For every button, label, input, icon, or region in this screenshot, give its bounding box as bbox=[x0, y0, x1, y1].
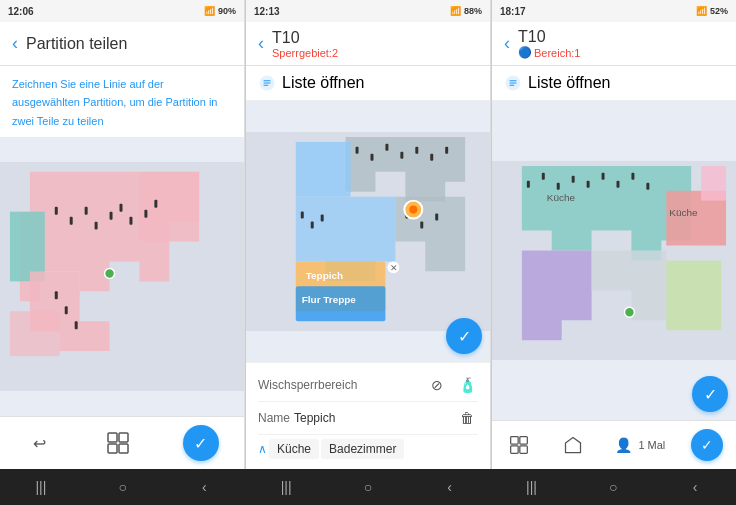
svg-rect-11 bbox=[110, 212, 113, 220]
confirm-button-2[interactable]: ✓ bbox=[446, 318, 482, 354]
svg-rect-41 bbox=[301, 212, 304, 219]
rooms-button[interactable] bbox=[104, 429, 132, 457]
svg-rect-60 bbox=[542, 173, 545, 180]
svg-rect-57 bbox=[701, 166, 726, 201]
name-icons: 🗑 bbox=[456, 407, 478, 429]
svg-rect-70 bbox=[511, 437, 519, 445]
home-icon-3[interactable] bbox=[559, 431, 587, 459]
nav-menu-1[interactable]: ||| bbox=[26, 472, 56, 502]
tab-kuche[interactable]: Küche bbox=[269, 439, 319, 459]
page-title-1: Partition teilen bbox=[26, 35, 127, 53]
svg-rect-32 bbox=[370, 154, 373, 161]
times-badge[interactable]: 👤 1 Mal bbox=[612, 434, 665, 456]
nav-bar: ||| ○ ‹ ||| ○ ‹ ||| ○ ‹ bbox=[0, 469, 736, 505]
status-icons-2: 📶 88% bbox=[450, 6, 482, 16]
svg-rect-19 bbox=[108, 433, 117, 442]
nav-home-2[interactable]: ○ bbox=[353, 472, 383, 502]
confirm-button-3b[interactable]: ✓ bbox=[691, 429, 723, 461]
svg-rect-71 bbox=[520, 437, 528, 445]
nav-back-1[interactable]: ‹ bbox=[189, 472, 219, 502]
bottom-panel-2: Wischsperrbereich ⊘ 🧴 Name Teppich 🗑 ∧ K… bbox=[246, 362, 490, 469]
grid-icon-3[interactable] bbox=[505, 431, 533, 459]
list-open-button-2[interactable]: Liste öffnen bbox=[246, 66, 490, 101]
wifi-icon: 📶 bbox=[204, 6, 215, 16]
page-subtitle-2: Sperrgebiet:2 bbox=[272, 47, 338, 59]
svg-rect-22 bbox=[119, 444, 128, 453]
header-title-group-2: T10 Sperrgebiet:2 bbox=[272, 29, 338, 59]
delete-icon[interactable]: 🗑 bbox=[456, 407, 478, 429]
nav-back-2[interactable]: ‹ bbox=[435, 472, 465, 502]
page-title-2: T10 bbox=[272, 29, 338, 47]
name-value: Teppich bbox=[294, 411, 335, 425]
floor-plan-svg-1[interactable] bbox=[0, 137, 244, 416]
nav-home-1[interactable]: ○ bbox=[108, 472, 138, 502]
back-button-2[interactable]: ‹ bbox=[258, 33, 264, 54]
svg-rect-40 bbox=[435, 214, 438, 221]
list-open-button-3[interactable]: Liste öffnen bbox=[492, 66, 736, 101]
battery-1: 90% bbox=[218, 6, 236, 16]
tab-badezimmer[interactable]: Badezimmer bbox=[321, 439, 404, 459]
name-row: Name Teppich bbox=[258, 411, 335, 425]
svg-rect-8 bbox=[70, 217, 73, 225]
svg-rect-39 bbox=[420, 222, 423, 229]
name-label: Name bbox=[258, 411, 290, 425]
svg-rect-18 bbox=[75, 321, 78, 329]
wifi-icon-2: 📶 bbox=[450, 6, 461, 16]
svg-rect-61 bbox=[557, 183, 560, 190]
svg-text:Küche: Küche bbox=[669, 207, 698, 218]
home-svg-3 bbox=[563, 435, 583, 455]
svg-text:Teppich: Teppich bbox=[306, 270, 343, 281]
confirm-button-3[interactable]: ✓ bbox=[692, 376, 728, 412]
map-area-1[interactable] bbox=[0, 137, 244, 416]
svg-point-6 bbox=[105, 269, 115, 279]
block-icon[interactable]: ⊘ bbox=[426, 374, 448, 396]
svg-rect-64 bbox=[602, 173, 605, 180]
panel-row-name: Name Teppich 🗑 bbox=[258, 402, 478, 435]
svg-rect-35 bbox=[415, 147, 418, 154]
bottom-toolbar-1: ↩ ✓ bbox=[0, 416, 244, 469]
svg-rect-16 bbox=[55, 292, 58, 300]
nav-back-3[interactable]: ‹ bbox=[680, 472, 710, 502]
svg-rect-62 bbox=[572, 176, 575, 183]
svg-rect-26 bbox=[296, 142, 351, 197]
svg-rect-15 bbox=[154, 200, 157, 208]
tabs-row: ∧ Küche Badezimmer bbox=[258, 435, 478, 463]
rooms-icon bbox=[106, 431, 130, 455]
nav-menu-2[interactable]: ||| bbox=[271, 472, 301, 502]
svg-point-45 bbox=[409, 206, 417, 214]
svg-rect-7 bbox=[55, 207, 58, 215]
floor-plan-svg-3[interactable]: Küche Küche bbox=[492, 101, 736, 420]
status-bar-3: 18:17 📶 52% bbox=[492, 0, 736, 22]
svg-text:Küche: Küche bbox=[547, 192, 576, 203]
back-button-3[interactable]: ‹ bbox=[504, 33, 510, 54]
page-title-3: T10 bbox=[518, 28, 580, 46]
list-icon-2 bbox=[258, 74, 276, 92]
grid-svg-3 bbox=[509, 435, 529, 455]
time-2: 12:13 bbox=[254, 6, 280, 17]
svg-rect-63 bbox=[587, 181, 590, 188]
confirm-button-1[interactable]: ✓ bbox=[183, 425, 219, 461]
time-3: 18:17 bbox=[500, 6, 526, 17]
status-icons-3: 📶 52% bbox=[696, 6, 728, 16]
person-icon: 👤 bbox=[612, 434, 634, 456]
svg-rect-42 bbox=[311, 222, 314, 229]
svg-rect-2 bbox=[10, 212, 45, 282]
nav-home-3[interactable]: ○ bbox=[598, 472, 628, 502]
svg-text:Flur Treppe: Flur Treppe bbox=[302, 294, 357, 305]
svg-text:✕: ✕ bbox=[390, 263, 398, 273]
nav-menu-3[interactable]: ||| bbox=[516, 472, 546, 502]
sperrbereich-label: Wischsperrbereich bbox=[258, 378, 357, 392]
expand-icon[interactable]: ∧ bbox=[258, 442, 267, 456]
panel-row-sperrbereich: Wischsperrbereich ⊘ 🧴 bbox=[258, 369, 478, 402]
time-1: 12:06 bbox=[8, 6, 34, 17]
spray-icon[interactable]: 🧴 bbox=[456, 374, 478, 396]
toolbar-icons-1: ↩ ✓ bbox=[0, 417, 244, 469]
map-area-2[interactable]: Teppich Flur Treppe ✕ ✓ bbox=[246, 101, 490, 362]
battery-2: 88% bbox=[464, 6, 482, 16]
list-button-label-3: Liste öffnen bbox=[528, 74, 610, 92]
status-icons-1: 📶 90% bbox=[204, 6, 236, 16]
map-area-3[interactable]: Küche Küche ✓ bbox=[492, 101, 736, 420]
undo-button[interactable]: ↩ bbox=[25, 429, 53, 457]
back-button-1[interactable]: ‹ bbox=[12, 33, 18, 54]
svg-rect-33 bbox=[385, 144, 388, 151]
